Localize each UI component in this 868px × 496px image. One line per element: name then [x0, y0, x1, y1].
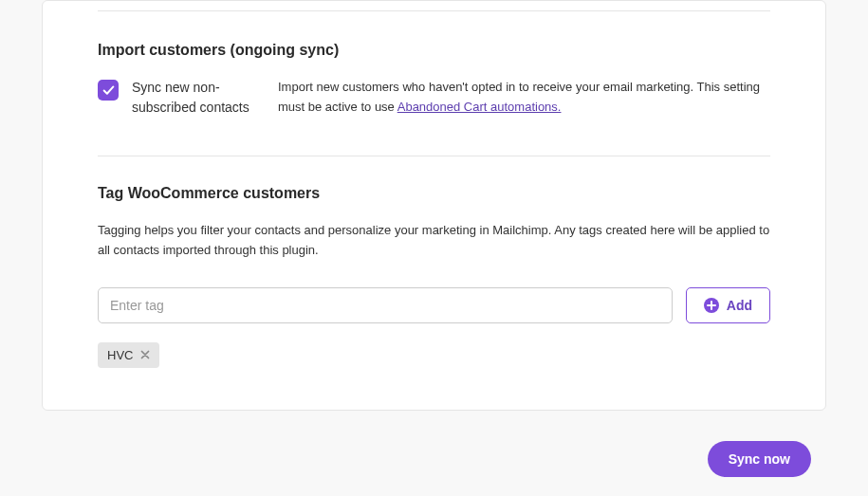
- tag-input-row: Add: [98, 287, 770, 323]
- abandoned-cart-link[interactable]: Abandoned Cart automations.: [397, 100, 562, 114]
- tag-customers-title: Tag WooCommerce customers: [98, 185, 770, 202]
- settings-card: Import customers (ongoing sync) Sync new…: [42, 0, 826, 411]
- sync-non-subscribed-row: Sync new non-subscribed contacts Import …: [98, 78, 770, 118]
- plus-circle-icon: [704, 298, 719, 313]
- tag-customers-description: Tagging helps you filter your contacts a…: [98, 221, 770, 261]
- close-icon: [139, 348, 152, 361]
- remove-tag-button[interactable]: [139, 348, 152, 361]
- import-customers-section: Import customers (ongoing sync) Sync new…: [98, 11, 770, 118]
- sync-now-button[interactable]: Sync now: [708, 441, 811, 477]
- import-customers-title: Import customers (ongoing sync): [98, 42, 770, 59]
- sync-non-subscribed-checkbox[interactable]: [98, 80, 119, 101]
- check-icon: [102, 84, 115, 97]
- sync-non-subscribed-description: Import new customers who haven't opted i…: [278, 78, 770, 118]
- tag-chip-label: HVC: [107, 348, 133, 362]
- tag-input[interactable]: [98, 287, 673, 323]
- add-tag-button[interactable]: Add: [686, 287, 770, 323]
- tag-customers-section: Tag WooCommerce customers Tagging helps …: [98, 156, 770, 368]
- tag-chip: HVC: [98, 342, 159, 368]
- sync-non-subscribed-label: Sync new non-subscribed contacts: [132, 78, 265, 118]
